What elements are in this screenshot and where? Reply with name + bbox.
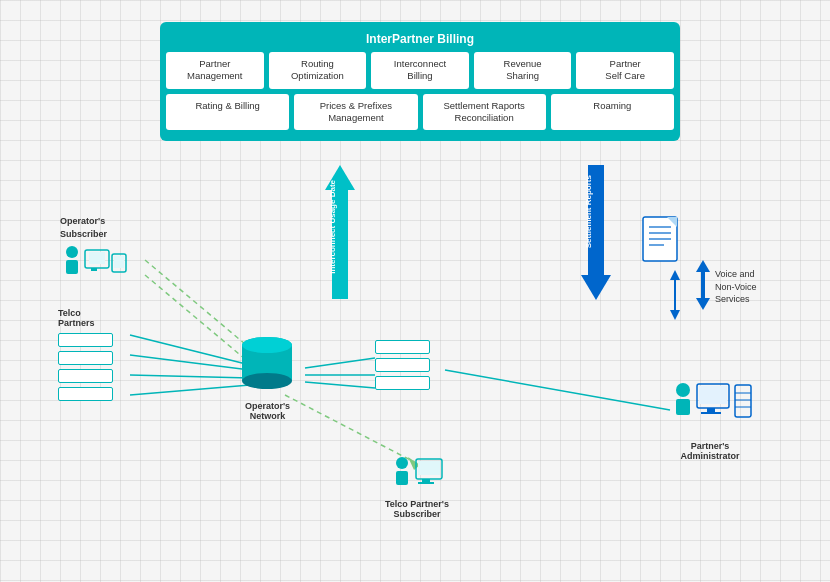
svg-rect-52 [396, 471, 408, 485]
settlement-arrow [576, 165, 616, 304]
telco-partners-group: TelcoPartners [58, 308, 113, 401]
voice-services-label: Voice andNon-VoiceServices [715, 268, 757, 306]
ipb-cell-routing-optimization: RoutingOptimization [269, 52, 367, 89]
svg-rect-45 [707, 408, 715, 412]
svg-marker-38 [696, 260, 710, 272]
ipb-cell-rating-billing: Rating & Billing [166, 94, 289, 131]
svg-line-4 [130, 355, 250, 370]
interconnect-arrow-label: Interconnect Usage Date [329, 180, 338, 274]
network-right-box-2 [375, 358, 430, 372]
telco-subscriber-group: Telco Partner'sSubscriber [385, 455, 449, 519]
settlement-arrow-label: Settlement Reports [585, 175, 594, 248]
ipb-row-2: Rating & Billing Prices & PrefixesManage… [166, 94, 674, 131]
svg-rect-22 [66, 260, 78, 274]
svg-line-6 [130, 385, 250, 395]
svg-rect-47 [735, 385, 751, 417]
svg-marker-20 [581, 275, 611, 300]
settlement-doc-group [640, 215, 685, 274]
svg-rect-27 [114, 256, 124, 268]
network-right-boxes [375, 340, 430, 390]
svg-rect-44 [699, 386, 727, 404]
svg-rect-39 [701, 271, 705, 299]
svg-rect-55 [422, 479, 430, 482]
partner-admin-group: Partner'sAdministrator [665, 380, 755, 461]
svg-line-10 [445, 370, 670, 410]
network-right-box-1 [375, 340, 430, 354]
diagram-container: InterPartner Billing PartnerManagement R… [30, 10, 800, 570]
svg-rect-24 [89, 252, 105, 264]
telco-subscriber-label: Telco Partner'sSubscriber [385, 499, 449, 519]
operators-network-group: Operator'sNetwork [240, 335, 295, 421]
ipb-title: InterPartner Billing [166, 28, 674, 52]
svg-point-51 [396, 457, 408, 469]
svg-point-31 [242, 337, 292, 353]
voice-arrow-group [693, 260, 713, 314]
svg-point-21 [66, 246, 78, 258]
telco-subscriber-icon [390, 455, 445, 493]
partner-admin-icon [665, 380, 755, 435]
network-cylinder-icon [240, 335, 295, 395]
ipb-cell-revenue-sharing: RevenueSharing [474, 52, 572, 89]
operators-network-label: Operator'sNetwork [240, 401, 295, 421]
ipb-cell-partner-self-care: PartnerSelf Care [576, 52, 674, 89]
svg-line-3 [130, 335, 250, 365]
svg-rect-56 [418, 482, 434, 484]
svg-line-9 [305, 382, 375, 388]
ipb-cell-prices-prefixes: Prices & PrefixesManagement [294, 94, 417, 131]
svg-rect-46 [701, 412, 721, 414]
operator-subscriber-icon [60, 244, 130, 282]
svg-point-41 [676, 383, 690, 397]
svg-rect-54 [418, 461, 440, 475]
partner-admin-label: Partner'sAdministrator [665, 441, 755, 461]
svg-marker-16 [670, 310, 680, 320]
interconnect-arrow [320, 165, 360, 304]
telco-partner-box-1 [58, 333, 113, 347]
telco-partners-label: TelcoPartners [58, 308, 113, 328]
ipb-row-1: PartnerManagement RoutingOptimization In… [166, 52, 674, 89]
operator-subscriber-group: Operator'sSubscriber [60, 215, 130, 286]
svg-rect-25 [91, 268, 97, 271]
ipb-cell-roaming: Roaming [551, 94, 674, 131]
ipb-box: InterPartner Billing PartnerManagement R… [160, 22, 680, 141]
ipb-cell-interconnect-billing: InterconnectBilling [371, 52, 469, 89]
svg-line-7 [305, 358, 375, 368]
settlement-doc-icon [640, 215, 685, 270]
network-right-box-3 [375, 376, 430, 390]
ipb-cell-partner-management: PartnerManagement [166, 52, 264, 89]
telco-partner-box-4 [58, 387, 113, 401]
svg-rect-42 [676, 399, 690, 415]
telco-partner-box-3 [58, 369, 113, 383]
svg-marker-40 [696, 298, 710, 310]
voice-services-arrow-icon [693, 260, 713, 310]
telco-partner-box-2 [58, 351, 113, 365]
svg-point-30 [242, 373, 292, 389]
svg-line-5 [130, 375, 250, 378]
ipb-cell-settlement-raports: Settlement RaportsReconciliation [423, 94, 546, 131]
operator-subscriber-label: Operator'sSubscriber [60, 215, 130, 240]
